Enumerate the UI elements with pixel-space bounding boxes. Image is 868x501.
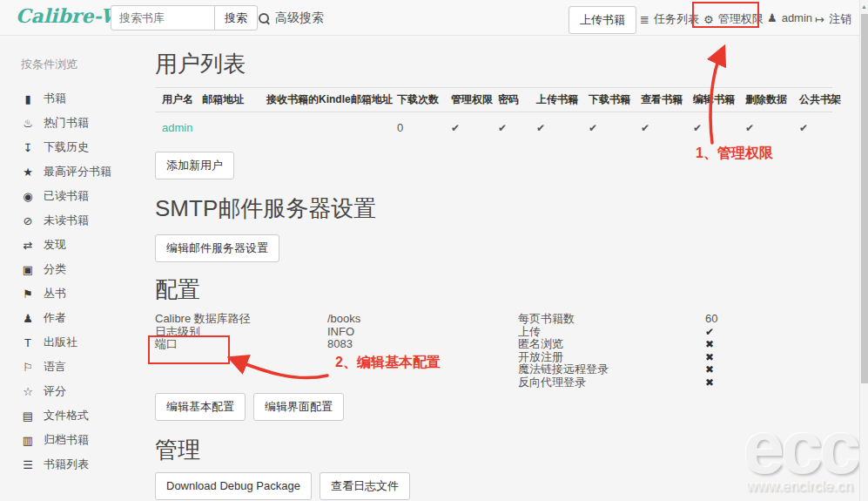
- col-downloads: 下载次数: [390, 88, 444, 112]
- sidebar-item-label: 作者: [44, 310, 66, 326]
- sidebar-item-label: 最高评分书籍: [44, 164, 111, 179]
- admin-settings-link[interactable]: ⚙ 管理权限: [703, 11, 764, 27]
- sidebar-item-label: 出版社: [44, 335, 77, 350]
- tasks-label: 任务列表: [654, 11, 699, 27]
- sidebar-item-ratings[interactable]: ☆评分: [21, 379, 155, 403]
- check-admin-icon: ✔: [444, 112, 491, 146]
- scrollbar-thumb[interactable]: [861, 14, 868, 383]
- archive-icon: ▥: [21, 434, 35, 447]
- config-label: 匿名浏览: [518, 338, 705, 351]
- sidebar-item-read[interactable]: ◉已读书籍: [21, 184, 155, 208]
- sidebar-item-formats[interactable]: ▤文件格式: [21, 403, 155, 428]
- sidebar-item-label: 已读书籍: [44, 188, 89, 204]
- advanced-search-label: 高级搜索: [275, 10, 324, 26]
- check-shelf-icon: ✔: [792, 112, 832, 146]
- sidebar-item-unread[interactable]: ⊘未读书籍: [21, 208, 155, 233]
- flag-icon: ⚐: [21, 361, 35, 374]
- sidebar-item-top-rated[interactable]: ★最高评分书籍: [21, 159, 155, 184]
- sidebar-item-label: 分类: [44, 261, 66, 277]
- user-admin-link[interactable]: admin: [162, 121, 192, 134]
- config-value: 60: [705, 313, 717, 326]
- logout-link[interactable]: ↦ 注销: [815, 11, 851, 27]
- search-button[interactable]: 搜索: [214, 5, 258, 30]
- sidebar-item-archived[interactable]: ▥归档书籍: [21, 428, 155, 452]
- col-username: 用户名: [155, 88, 195, 112]
- config-label: 反向代理登录: [518, 376, 705, 389]
- sidebar-item-label: 书籍列表: [44, 457, 89, 472]
- sidebar-item-authors[interactable]: ♟作者: [21, 306, 155, 330]
- config-label: 开放注册: [518, 351, 705, 364]
- list-icon: ☰: [21, 458, 35, 471]
- text-icon: T: [21, 336, 35, 349]
- current-user-link[interactable]: ♟ admin: [767, 11, 812, 24]
- sidebar-item-languages[interactable]: ⚐语言: [21, 355, 155, 379]
- search-input[interactable]: [111, 5, 215, 30]
- sidebar-item-hot[interactable]: ♨热门书籍: [21, 111, 155, 135]
- sidebar-item-discover[interactable]: ⇄发现: [21, 233, 155, 257]
- col-kindle-email: 接收书籍的Kindle邮箱地址: [259, 88, 390, 112]
- gear-icon: ⚙: [703, 13, 714, 26]
- config-label: 每页书籍数: [518, 313, 705, 326]
- col-email: 邮箱地址: [195, 88, 259, 112]
- sidebar-item-download-history[interactable]: ↧下载历史: [21, 135, 155, 159]
- config-section-title: 配置: [155, 274, 857, 305]
- config-label: Calibre 数据库路径: [155, 313, 327, 326]
- logout-icon: ↦: [815, 13, 824, 26]
- col-public-shelf: 公共书架: [792, 88, 832, 112]
- cell-downloads: 0: [390, 112, 444, 146]
- table-row: admin 0 ✔ ✔ ✔ ✔ ✔ ✔ ✔ ✔: [155, 112, 832, 146]
- search-group: 搜索: [111, 5, 258, 30]
- sidebar-list: ▮书籍 ♨热门书籍 ↧下载历史 ★最高评分书籍 ◉已读书籍 ⊘未读书籍 ⇄发现 …: [21, 86, 155, 477]
- col-edit: 编辑书籍: [686, 88, 738, 112]
- config-value: /books: [327, 313, 360, 326]
- sidebar-header: 按条件浏览: [21, 57, 155, 72]
- check-password-icon: ✔: [491, 112, 529, 146]
- tasks-link[interactable]: ≣ 任务列表: [640, 11, 699, 27]
- admin-settings-label: 管理权限: [718, 11, 764, 27]
- vertical-scrollbar[interactable]: ▲: [859, 0, 868, 501]
- upload-books-button[interactable]: 上传书籍: [569, 6, 636, 34]
- sidebar: 按条件浏览 ▮书籍 ♨热门书籍 ↧下载历史 ★最高评分书籍 ◉已读书籍 ⊘未读书…: [0, 36, 155, 477]
- edit-ui-config-button[interactable]: 编辑界面配置: [253, 393, 344, 421]
- sidebar-item-label: 文件格式: [44, 408, 89, 423]
- config-values: Calibre 数据库路径/books 日志级别INFO 端口8083 每页书籍…: [155, 313, 857, 389]
- person-icon: ♟: [21, 312, 35, 325]
- sidebar-item-label: 热门书籍: [44, 115, 89, 131]
- edit-smtp-button[interactable]: 编辑邮件服务器设置: [155, 234, 279, 262]
- eye-icon: ◉: [21, 190, 35, 203]
- user-icon: ♟: [767, 11, 777, 24]
- check-download-icon: ✔: [582, 112, 634, 146]
- eye-slash-icon: ⊘: [21, 214, 35, 227]
- edit-basic-config-button[interactable]: 编辑基本配置: [155, 393, 246, 421]
- cross-icon: ✖: [705, 363, 714, 376]
- scrollbar-up-icon[interactable]: ▲: [860, 0, 868, 13]
- add-user-button[interactable]: 添加新用户: [155, 152, 234, 179]
- config-label: 日志级别: [155, 326, 327, 339]
- fire-icon: ♨: [21, 117, 35, 130]
- download-icon: ↧: [21, 141, 35, 154]
- download-debug-button[interactable]: Download Debug Package: [155, 472, 312, 500]
- cross-icon: ✖: [705, 351, 714, 364]
- sidebar-item-books[interactable]: ▮书籍: [21, 86, 155, 111]
- sidebar-item-label: 归档书籍: [44, 432, 89, 448]
- main-content: 用户列表 用户名 邮箱地址 接收书籍的Kindle邮箱地址 下载次数 管理权限 …: [155, 36, 857, 501]
- col-view: 查看书籍: [634, 88, 686, 112]
- users-table-header-row: 用户名 邮箱地址 接收书籍的Kindle邮箱地址 下载次数 管理权限 密码 上传…: [155, 88, 832, 112]
- view-logs-button[interactable]: 查看日志文件: [320, 472, 410, 500]
- sidebar-item-label: 未读书籍: [44, 213, 89, 228]
- check-upload-icon: ✔: [529, 112, 582, 146]
- sidebar-item-series[interactable]: ⚑丛书: [21, 281, 155, 306]
- sidebar-item-categories[interactable]: ▣分类: [21, 257, 155, 281]
- sidebar-item-publishers[interactable]: T出版社: [21, 330, 155, 355]
- navbar: Calibre-Web 搜索 高级搜索 上传书籍 ≣ 任务列表 ⚙ 管理权限 ♟…: [0, 0, 868, 36]
- cell-kindle: [259, 112, 390, 146]
- check-view-icon: ✔: [634, 112, 686, 146]
- col-password: 密码: [491, 88, 529, 112]
- star-outline-icon: ☆: [21, 385, 35, 398]
- config-value: INFO: [327, 326, 354, 339]
- config-label: 端口: [155, 338, 327, 351]
- advanced-search-link[interactable]: 高级搜索: [259, 10, 324, 26]
- smtp-section-title: SMTP邮件服务器设置: [155, 193, 857, 224]
- sidebar-item-book-list[interactable]: ☰书籍列表: [21, 452, 155, 477]
- config-left-column: Calibre 数据库路径/books 日志级别INFO 端口8083: [155, 313, 518, 389]
